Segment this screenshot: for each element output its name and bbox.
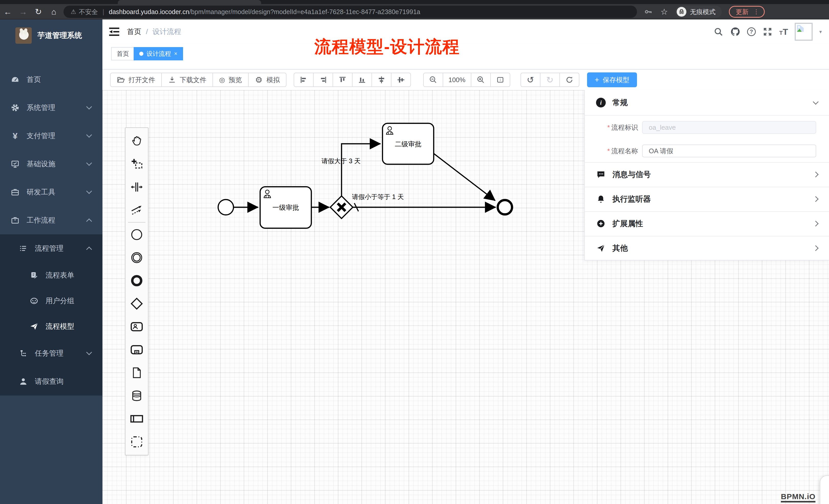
preview-icon: ◎ [219,76,225,84]
align-right-button[interactable] [313,73,333,87]
sidebar-item-system[interactable]: 系统管理 [0,93,102,122]
url-host: dashboard.yudao.iocoder.cn [109,8,189,15]
task2-label: 二级审批 [395,140,422,148]
zoom-reset-button[interactable] [490,73,510,87]
download-file-button[interactable]: 下载文件 [161,73,213,87]
panel-divider [585,115,829,116]
bpmn-io-logo[interactable]: BPMN.iO [781,492,816,502]
search-icon[interactable] [713,27,723,37]
user-group-icon [30,297,38,305]
section-general[interactable]: i 常规 [585,90,829,115]
process-name-row: *流程名称 OA 请假 [585,144,829,158]
sidebar-item-task-mgmt[interactable]: 任务管理 [0,339,102,367]
exclusive-gateway[interactable] [330,196,353,219]
section-other[interactable]: 其他 [585,236,829,261]
sidebar-item-process-model[interactable]: 流程模型 [0,314,102,339]
section-message-signal[interactable]: 消息与信号 [585,162,829,187]
navbar-right-icons: ? TT ▾ [713,20,822,44]
tab-design-process[interactable]: 设计流程 × [134,47,183,61]
help-icon[interactable]: ? [747,27,756,36]
process-name-input[interactable]: OA 请假 [642,145,816,157]
sidebar-item-label: 研发工具 [27,187,102,197]
required-mark: * [607,147,610,155]
font-size-icon[interactable]: TT [779,27,788,37]
preview-label: 预览 [229,75,242,84]
browser-update-button[interactable]: 更新 ⋮ [729,6,765,18]
paper-plane-icon [30,322,38,331]
tab-home[interactable]: 首页 [111,47,135,61]
sidebar-item-leave-query[interactable]: 请假查询 [0,367,102,395]
align-middle-vertical-button[interactable] [391,73,411,87]
sidebar-item-process-mgmt[interactable]: 流程管理 [0,234,102,263]
tags-view-bar: 首页 设计流程 × [102,44,829,70]
browser-active-tab[interactable] [118,0,261,4]
section-extended-attrs[interactable]: 扩展属性 [585,211,829,236]
tab-close-icon[interactable]: × [174,50,177,57]
sidebar-item-payment[interactable]: ¥ 支付管理 [0,122,102,150]
github-icon[interactable] [730,27,741,37]
sidebar-item-devtools[interactable]: 研发工具 [0,178,102,206]
align-top-button[interactable] [332,73,353,87]
open-file-button[interactable]: 打开文件 [110,73,162,87]
browser-reload-icon[interactable]: ↻ [31,7,46,16]
page-annotation-title: 流程模型-设计流程 [314,35,460,58]
flow-gateway-to-task2[interactable] [341,144,381,197]
browser-home-icon[interactable]: ⌂ [46,7,62,16]
chevron-right-icon [813,245,819,251]
process-name-value: OA 请假 [649,147,673,156]
app-logo-avatar [15,27,32,44]
not-secure-label: 不安全 [79,8,98,16]
section-execution-listener[interactable]: 执行监听器 [585,187,829,211]
corner-widget[interactable] [820,475,829,504]
align-center-horizontal-button[interactable] [371,73,392,87]
flow-label-le1[interactable]: 请假小于等于 1 天 [352,193,404,200]
bookmark-star-icon[interactable]: ☆ [660,7,668,16]
restart-button[interactable] [560,73,579,87]
end-event[interactable] [498,200,512,215]
address-bar[interactable]: ⚠ 不安全 | dashboard.yudao.iocoder.cn/bpm/m… [64,6,637,18]
section-label: 消息与信号 [612,169,651,180]
undo-button[interactable]: ↺ [520,73,540,87]
redo-button[interactable]: ↻ [540,73,560,87]
browser-menu-kebab-icon[interactable]: ⋮ [753,8,759,15]
avatar[interactable] [795,23,813,41]
sidebar-item-label: 系统管理 [27,103,102,113]
align-bottom-button[interactable] [352,73,372,87]
yen-icon: ¥ [11,131,20,140]
file-button-group: 打开文件 下载文件 ◎ 预览 模拟 [110,73,287,87]
sidebar-item-user-group[interactable]: 用户分组 [0,288,102,314]
save-model-button[interactable]: + 保存模型 [587,72,637,87]
zoom-out-button[interactable] [423,73,443,87]
undo-icon: ↺ [527,75,534,85]
process-id-input[interactable]: oa_leave [642,121,816,134]
save-model-label: 保存模型 [603,75,629,84]
avatar-caret-icon[interactable]: ▾ [819,29,822,35]
browser-forward-icon[interactable]: → [15,7,31,16]
user-task-level2[interactable]: 二级审批 [383,123,434,164]
required-mark: * [607,124,610,131]
sidebar-item-workflow[interactable]: 工作流程 [0,206,102,234]
flow-label-gt3[interactable]: 请假大于 3 天 [322,157,361,164]
password-key-icon[interactable] [643,7,653,17]
browser-back-icon[interactable]: ← [0,7,15,16]
section-label: 扩展属性 [612,219,643,229]
chrome-right-controls: ☆ 无痕模式 更新 ⋮ [643,6,765,18]
breadcrumb-separator: / [146,28,148,36]
align-button-group [294,73,411,87]
breadcrumb-home[interactable]: 首页 [127,27,141,37]
fullscreen-icon[interactable] [762,27,773,37]
sidebar-collapse-icon[interactable] [109,27,120,36]
not-secure-icon: ⚠ [71,8,76,15]
sidebar-item-process-form[interactable]: 流程表单 [0,263,102,288]
zoom-in-button[interactable] [471,73,491,87]
open-file-label: 打开文件 [129,75,155,84]
flow-task2-to-end[interactable] [434,154,495,201]
user-task-level1[interactable]: 一级审批 [260,187,311,228]
sidebar-item-home[interactable]: 首页 [0,66,102,93]
start-event[interactable] [218,200,233,215]
simulate-button[interactable]: 模拟 [248,73,287,87]
chevron-right-icon [813,221,819,227]
sidebar-item-infra[interactable]: 基础设施 [0,150,102,178]
align-left-button[interactable] [294,73,314,87]
preview-button[interactable]: ◎ 预览 [213,73,249,87]
